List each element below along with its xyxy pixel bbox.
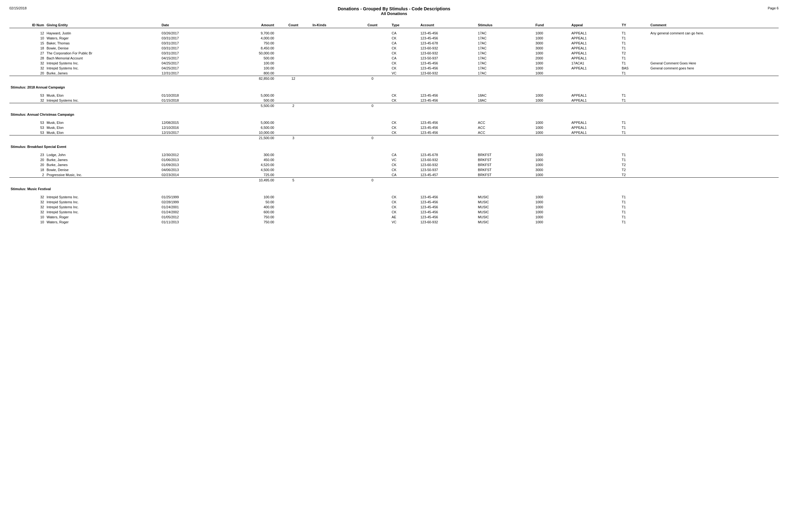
- report-title: Donations - Grouped By Stimulus - Code D…: [9, 6, 779, 11]
- totals-row: 5,500.0020: [9, 103, 779, 108]
- donations-table: ID Num Giving Entity Date Amount Count I…: [9, 22, 779, 224]
- col-header-entity: Giving Entity: [45, 22, 160, 28]
- col-header-appeal: Appeal: [570, 22, 620, 28]
- totals-row: 82,850.00120: [9, 76, 779, 81]
- col-header-inkind: In-Kinds: [312, 22, 355, 28]
- col-header-ty: TY: [620, 22, 649, 28]
- table-row: 20Burke, James12/31/2017800.00VC123-60-9…: [9, 71, 779, 76]
- table-row: 32Intrepid Systems Inc.01/24/2001400.00C…: [9, 204, 779, 210]
- col-header-account: Account: [419, 22, 476, 28]
- table-row: 10Waters, Roger01/11/2013750.00VC123-60-…: [9, 220, 779, 224]
- totals-row: 10,495.0050: [9, 177, 779, 183]
- table-row: 32Intrepid Systems Inc.04/25/2017100.00C…: [9, 61, 779, 66]
- report-subtitle: All Donations: [9, 11, 779, 16]
- report-date: 02/15/2018: [9, 6, 26, 10]
- col-header-count2: Count: [355, 22, 391, 28]
- table-row: 18Bowie, Denise03/31/20178,450.00CK123-6…: [9, 46, 779, 51]
- table-row: 53Musk, Elon12/10/20166,500.00CK123-45-4…: [9, 125, 779, 130]
- col-header-comment: Comment: [649, 22, 779, 28]
- table-row: 32Intrepid Systems Inc.01/24/2002600.00C…: [9, 210, 779, 215]
- table-row: 2Progressive Music, Inc.02/23/2014725.00…: [9, 172, 779, 178]
- table-row: 20Burke, James01/06/2013450.00VC123-60-9…: [9, 157, 779, 162]
- section-header-row: Stimulus: Music Festival: [9, 183, 779, 192]
- table-row: 28Bach Memorial Account04/15/2017500.00C…: [9, 56, 779, 61]
- table-row: 32Intrepid Systems Inc.02/28/199950.00CK…: [9, 199, 779, 204]
- table-row: 53Musk, Elon12/08/20155,000.00CK123-45-4…: [9, 120, 779, 125]
- page-number: Page 6: [768, 6, 779, 10]
- col-header-amount: Amount: [218, 22, 275, 28]
- col-header-type: Type: [390, 22, 419, 28]
- table-row: 10Waters, Roger01/05/2012750.00AE123-45-…: [9, 215, 779, 220]
- section-header-row: Stimulus: Breakfast Special Event: [9, 140, 779, 150]
- table-row: 27The Corporation For Public Br03/31/201…: [9, 51, 779, 56]
- table-row: 53Musk, Elon12/15/201710,000.00CK123-45-…: [9, 130, 779, 135]
- table-row: 18Bowie, Denise04/06/20134,500.00CK123-5…: [9, 167, 779, 172]
- table-header: ID Num Giving Entity Date Amount Count I…: [9, 22, 779, 28]
- table-row: 32Intrepid Systems Inc.01/25/1999100.00C…: [9, 195, 779, 199]
- col-header-idnum: ID Num: [9, 22, 45, 28]
- report-header: 02/15/2018 Donations - Grouped By Stimul…: [9, 6, 779, 16]
- section-header-row: Stimulus: 2018 Annual Campaign: [9, 81, 779, 91]
- totals-row: 21,500.0030: [9, 135, 779, 140]
- table-row: 20Burke, James01/09/20134,520.00CK123-60…: [9, 162, 779, 167]
- section-header-row: Stimulus: Annual Christmas Campaign: [9, 108, 779, 118]
- table-row: 23Lodge, John12/30/2012300.00CA123-45-67…: [9, 152, 779, 157]
- col-header-date: Date: [160, 22, 218, 28]
- table-row: 10Waters, Roger03/31/20174,000.00CK123-4…: [9, 36, 779, 41]
- table-row: 32Intrepid Systems Inc.04/25/2017100.00C…: [9, 66, 779, 71]
- col-header-count: Count: [275, 22, 312, 28]
- col-header-stimulus: Stimulus: [476, 22, 534, 28]
- table-row: 53Musk, Elon01/10/20185,000.00CK123-45-4…: [9, 93, 779, 98]
- col-header-fund: Fund: [534, 22, 570, 28]
- table-row: 15Baker, Thomas03/31/2017750.00CA123-45-…: [9, 41, 779, 46]
- table-row: 32Intrepid Systems Inc.01/15/2018500.00C…: [9, 98, 779, 103]
- table-row: 12Hayward, Justin03/26/20179,700.00CA123…: [9, 31, 779, 36]
